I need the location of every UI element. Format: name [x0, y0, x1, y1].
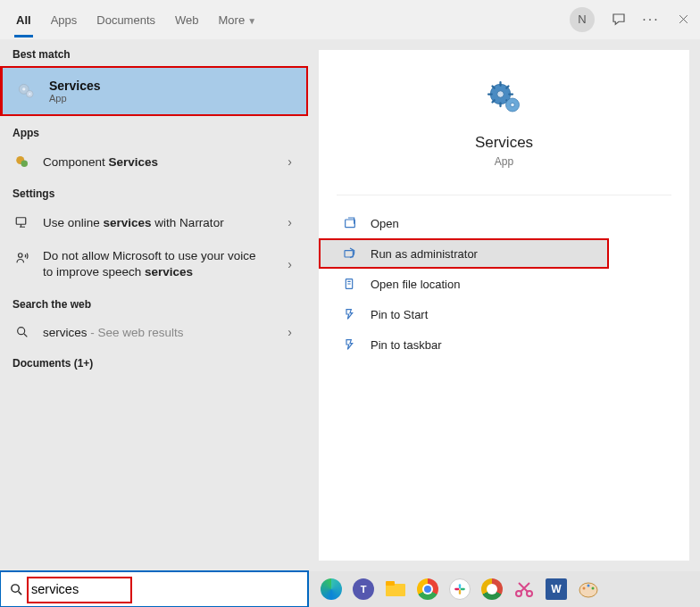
- action-label: Run as administrator: [371, 247, 478, 261]
- result-narrator-services[interactable]: Use online services with Narrator ›: [0, 205, 308, 239]
- preview-title: Services: [475, 134, 533, 152]
- svg-rect-13: [346, 220, 355, 228]
- preview-pane-wrap: Services App Open Run as administrator: [308, 39, 700, 571]
- taskbar: T W: [0, 571, 700, 607]
- action-label: Pin to taskbar: [371, 338, 442, 352]
- svg-point-3: [29, 93, 30, 95]
- preview-header: Services App: [319, 77, 689, 195]
- action-label: Open file location: [371, 278, 460, 291]
- chevron-right-icon: ›: [288, 325, 292, 339]
- svg-rect-17: [386, 584, 405, 596]
- action-label: Open: [371, 217, 399, 230]
- chevron-right-icon: ›: [288, 154, 292, 169]
- search-icon: [12, 325, 32, 339]
- tab-documents[interactable]: Documents: [96, 3, 155, 36]
- result-speech-services[interactable]: Do not allow Microsoft to use your voice…: [0, 239, 308, 289]
- chevron-right-icon: ›: [288, 215, 292, 229]
- svg-rect-6: [16, 218, 26, 225]
- results-pane: Best match Services App Apps Component S…: [0, 39, 308, 571]
- search-tabs: All Apps Documents Web More▼: [16, 3, 256, 36]
- best-match-title: Services: [49, 79, 101, 93]
- taskbar-apps: T W: [308, 577, 601, 602]
- result-label: services - See web results: [43, 326, 184, 339]
- action-pin-to-taskbar[interactable]: Pin to taskbar: [319, 329, 689, 360]
- taskbar-slack[interactable]: [447, 577, 472, 602]
- pin-icon: [342, 306, 358, 322]
- svg-point-27: [588, 585, 590, 587]
- taskbar-edge[interactable]: [319, 577, 344, 602]
- preview-subtitle: App: [495, 155, 513, 168]
- tab-all[interactable]: All: [16, 3, 31, 36]
- preview-actions: Open Run as administrator Open file loca…: [319, 208, 689, 360]
- action-open[interactable]: Open: [319, 208, 689, 238]
- result-web-services[interactable]: services - See web results ›: [0, 316, 308, 348]
- search-icon: [1, 582, 31, 597]
- taskbar-paint[interactable]: [576, 577, 601, 602]
- svg-rect-21: [454, 588, 459, 590]
- search-input[interactable]: [31, 572, 307, 606]
- user-avatar[interactable]: N: [570, 7, 595, 32]
- svg-rect-14: [345, 251, 353, 257]
- feedback-icon[interactable]: [611, 12, 627, 28]
- svg-point-7: [19, 254, 23, 258]
- svg-point-12: [510, 103, 514, 107]
- best-match-subtitle: App: [49, 93, 101, 104]
- svg-point-8: [18, 328, 25, 335]
- tab-more[interactable]: More▼: [219, 3, 257, 36]
- svg-rect-20: [459, 590, 461, 595]
- svg-point-16: [11, 584, 18, 592]
- taskbar-word[interactable]: W: [544, 577, 569, 602]
- admin-icon: [342, 245, 358, 262]
- svg-rect-18: [386, 581, 395, 586]
- gears-icon: [483, 77, 526, 120]
- section-apps: Apps: [0, 118, 308, 145]
- section-documents: Documents (1+): [0, 348, 308, 375]
- taskbar-chrome-canary[interactable]: [479, 577, 504, 602]
- close-icon[interactable]: [675, 12, 691, 28]
- taskbar-snip[interactable]: [512, 577, 537, 602]
- svg-point-28: [592, 587, 595, 590]
- action-open-file-location[interactable]: Open file location: [319, 269, 689, 299]
- taskbar-chrome[interactable]: [415, 577, 440, 602]
- svg-point-1: [22, 87, 25, 90]
- action-label: Pin to Start: [371, 308, 428, 321]
- section-best-match: Best match: [0, 39, 308, 66]
- chevron-right-icon: ›: [288, 257, 292, 271]
- monitor-icon: [12, 214, 32, 230]
- preview-pane: Services App Open Run as administrator: [319, 50, 689, 561]
- best-match-item[interactable]: Services App: [0, 66, 308, 116]
- action-pin-to-start[interactable]: Pin to Start: [319, 299, 689, 329]
- search-body: Best match Services App Apps Component S…: [0, 39, 700, 571]
- voice-icon: [12, 248, 32, 266]
- section-settings: Settings: [0, 179, 308, 205]
- folder-icon: [342, 276, 358, 292]
- action-run-as-admin[interactable]: Run as administrator: [319, 238, 609, 269]
- open-icon: [342, 215, 358, 231]
- section-web: Search the web: [0, 289, 308, 316]
- best-match-text: Services App: [49, 79, 101, 104]
- more-icon[interactable]: ···: [643, 12, 659, 28]
- chevron-down-icon: ▼: [247, 16, 256, 26]
- svg-point-26: [583, 587, 586, 590]
- start-search-window: All Apps Documents Web More▼ N ··· Best …: [0, 0, 700, 607]
- pin-icon: [342, 337, 358, 353]
- taskbar-explorer[interactable]: [383, 577, 408, 602]
- result-label: Do not allow Microsoft to use your voice…: [43, 248, 266, 280]
- result-label: Component Services: [43, 155, 158, 169]
- result-label: Use online services with Narrator: [43, 216, 224, 229]
- search-header: All Apps Documents Web More▼ N ···: [0, 0, 700, 39]
- svg-rect-22: [461, 588, 465, 590]
- app-icon: [12, 154, 32, 170]
- tab-apps[interactable]: Apps: [51, 3, 78, 36]
- svg-point-5: [21, 161, 29, 168]
- svg-point-10: [496, 91, 504, 98]
- result-component-services[interactable]: Component Services ›: [0, 145, 308, 179]
- svg-rect-19: [459, 584, 461, 588]
- header-controls: N ···: [570, 7, 691, 32]
- tab-web[interactable]: Web: [175, 3, 199, 36]
- gear-icon: [15, 79, 38, 103]
- taskbar-teams[interactable]: T: [351, 577, 376, 602]
- taskbar-search[interactable]: [0, 571, 308, 607]
